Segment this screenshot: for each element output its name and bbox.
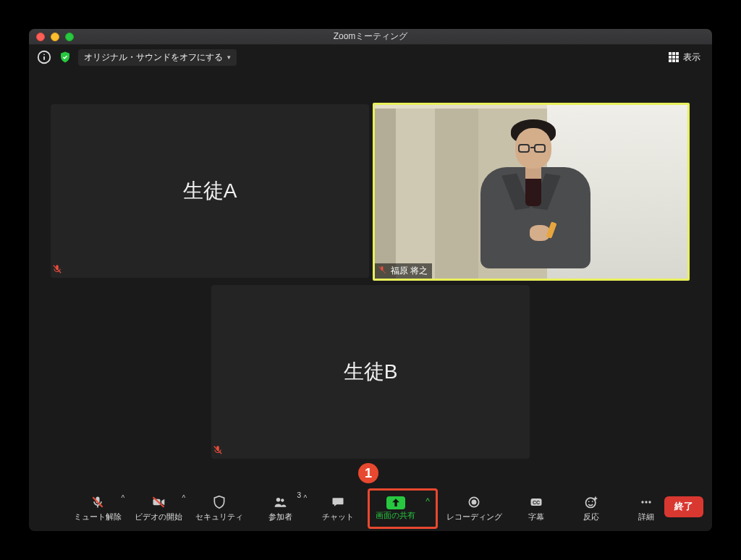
chevron-up-icon[interactable]: ^ — [303, 494, 307, 502]
window-title: Zoomミーティング — [29, 30, 712, 43]
meeting-info-icon[interactable] — [36, 49, 52, 65]
button-label: 終了 — [674, 501, 693, 512]
svg-point-23 — [648, 501, 651, 503]
shield-icon — [211, 495, 227, 511]
button-label: 反応 — [583, 512, 599, 522]
chat-button[interactable]: チャット — [313, 491, 363, 526]
window-minimize-button[interactable] — [51, 33, 59, 41]
participant-label: 生徒B — [344, 358, 398, 386]
participant-tile-a[interactable]: 生徒A — [51, 104, 369, 278]
share-screen-highlight: 画面の共有 ^ — [368, 488, 438, 529]
captions-button[interactable]: CC 字幕 — [511, 491, 562, 526]
record-icon — [466, 495, 482, 511]
svg-point-10 — [276, 498, 281, 502]
active-speaker-tile[interactable]: 福原 将之 — [373, 103, 690, 281]
annotation-marker-1: 1 — [358, 463, 378, 483]
reactions-button[interactable]: 反応 — [566, 491, 617, 526]
svg-text:CC: CC — [533, 500, 540, 506]
titlebar: Zoomミーティング — [29, 29, 712, 45]
record-button[interactable]: レコーディング — [442, 491, 507, 526]
participants-button[interactable]: 参加者 3 ^ — [252, 491, 308, 526]
button-label: 詳細 — [638, 512, 654, 522]
svg-point-2 — [43, 54, 45, 55]
original-sound-toggle[interactable]: オリジナル・サウンドをオフにする ▾ — [78, 49, 237, 66]
speaker-nametag: 福原 将之 — [375, 263, 432, 279]
button-label: 参加者 — [268, 512, 292, 522]
encryption-shield-icon[interactable] — [58, 50, 72, 64]
unmute-button[interactable]: ミュート解除 ^ — [69, 491, 126, 526]
mic-muted-icon — [52, 264, 62, 276]
window-close-button[interactable] — [36, 33, 45, 41]
button-label: ミュート解除 — [74, 512, 122, 522]
chat-icon — [330, 495, 346, 511]
chevron-up-icon[interactable]: ^ — [182, 494, 185, 502]
svg-point-11 — [281, 499, 284, 501]
svg-point-21 — [641, 501, 643, 503]
smile-plus-icon — [583, 495, 599, 511]
speaker-figure — [475, 115, 598, 271]
zoom-window: Zoomミーティング オリジナル・サウンドをオフにする ▾ — [29, 29, 712, 531]
button-label: 字幕 — [528, 512, 544, 522]
view-button[interactable]: 表示 — [664, 49, 705, 66]
svg-point-17 — [588, 501, 590, 502]
share-screen-button[interactable]: 画面の共有 — [371, 491, 420, 526]
share-screen-icon — [386, 496, 405, 509]
mic-muted-icon — [376, 266, 388, 276]
button-label: 画面の共有 — [376, 511, 415, 521]
participant-tile-b[interactable]: 生徒B — [211, 285, 530, 459]
window-maximize-button[interactable] — [65, 33, 74, 41]
mic-muted-icon — [90, 495, 106, 511]
button-label: レコーディング — [446, 512, 502, 522]
more-icon — [638, 495, 654, 511]
svg-point-18 — [592, 501, 593, 502]
button-label: セキュリティ — [195, 512, 243, 522]
meeting-toolbar: ミュート解除 ^ ビデオの開始 ^ セキュリティ 参加者 3 ^ — [29, 486, 712, 531]
cc-icon: CC — [528, 495, 544, 511]
mic-muted-icon — [213, 445, 223, 457]
end-meeting-button[interactable]: 終了 — [664, 496, 703, 517]
button-label: ビデオの開始 — [135, 512, 182, 522]
svg-point-13 — [473, 500, 476, 504]
view-label: 表示 — [683, 51, 700, 64]
chevron-down-icon: ▾ — [227, 54, 231, 61]
participants-count: 3 — [297, 491, 302, 499]
meeting-subbar: オリジナル・サウンドをオフにする ▾ 表示 — [29, 45, 712, 69]
svg-point-16 — [585, 498, 595, 507]
participant-label: 生徒A — [183, 177, 237, 205]
security-button[interactable]: セキュリティ — [191, 491, 247, 526]
speaker-name: 福原 将之 — [391, 265, 428, 277]
video-off-icon — [151, 495, 166, 511]
chevron-up-icon[interactable]: ^ — [121, 494, 124, 502]
share-options-chevron-icon[interactable]: ^ — [421, 496, 434, 517]
original-sound-label: オリジナル・サウンドをオフにする — [84, 51, 223, 64]
traffic-lights — [36, 33, 74, 41]
video-grid: 生徒A 生徒B — [29, 69, 712, 486]
participants-icon — [272, 495, 288, 511]
button-label: チャット — [322, 512, 354, 522]
start-video-button[interactable]: ビデオの開始 ^ — [130, 491, 187, 526]
svg-point-22 — [645, 501, 647, 503]
grid-icon — [669, 52, 679, 62]
